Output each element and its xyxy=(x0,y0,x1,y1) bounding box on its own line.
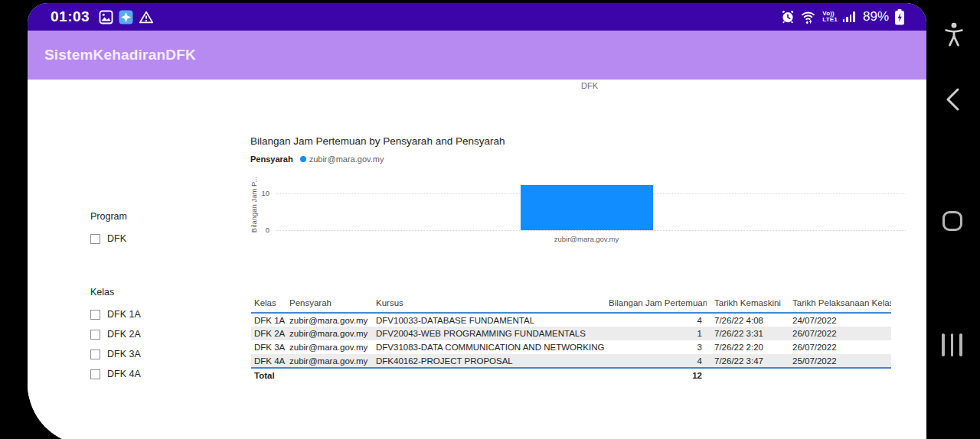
legend-dot-icon xyxy=(300,156,306,162)
total-row: Total 12 xyxy=(251,368,891,382)
table-row[interactable]: DFK 1A zubir@mara.gov.my DFV10033-DATABA… xyxy=(251,313,891,327)
battery-percent: 89% xyxy=(863,9,889,24)
table-row[interactable]: DFK 3A zubir@mara.gov.my DFV31083-DATA C… xyxy=(251,340,891,354)
home-icon[interactable] xyxy=(942,211,962,231)
wifi-icon xyxy=(801,9,817,24)
slicer-kelas: Kelas DFK 1A DFK 2A DFK 3A DFK 4A xyxy=(90,287,141,384)
recents-icon[interactable] xyxy=(942,333,962,356)
checkbox-icon[interactable] xyxy=(90,234,100,244)
slicer-kelas-title: Kelas xyxy=(90,287,141,298)
checkbox-kelas-dfk1a[interactable]: DFK 1A xyxy=(90,304,141,324)
table-header-row: Kelas Pensyarah Kursus Bilangan Jam Pert… xyxy=(251,293,891,313)
app-title: SistemKehadiranDFK xyxy=(44,47,196,63)
total-label: Total xyxy=(251,368,286,382)
clock-text: 01:03 xyxy=(51,8,90,25)
bar-zubir[interactable] xyxy=(521,185,653,230)
app-notification-icon xyxy=(119,10,133,24)
checkbox-icon[interactable] xyxy=(90,369,100,379)
chart-legend: Pensyarah zubir@mara.gov.my xyxy=(250,154,384,164)
attendance-table: Kelas Pensyarah Kursus Bilangan Jam Pert… xyxy=(251,293,891,382)
checkbox-kelas-dfk4a[interactable]: DFK 4A xyxy=(90,364,141,384)
report-page-title: DFK xyxy=(563,81,616,90)
checkbox-program-dfk[interactable]: DFK xyxy=(90,229,127,249)
accessibility-icon[interactable] xyxy=(944,22,964,47)
app-bar: SistemKehadiranDFK xyxy=(28,31,926,80)
col-tarikh-kemaskini[interactable]: Tarikh Kemaskini xyxy=(707,293,785,313)
x-category-label: zubir@mara.gov.my xyxy=(525,235,648,243)
report-canvas: DFK Program DFK Kelas DFK 1A DFK 2A DFK … xyxy=(28,80,926,439)
y-tick-0: 0 xyxy=(247,226,270,234)
back-icon[interactable] xyxy=(944,87,962,112)
checkbox-icon[interactable] xyxy=(90,310,100,320)
notification-icons xyxy=(99,10,154,24)
legend-series-label: zubir@mara.gov.my xyxy=(309,154,384,164)
col-tarikh-pelaksanaan[interactable]: Tarikh Pelaksanaan Kelas xyxy=(785,293,891,313)
image-icon xyxy=(99,10,113,24)
phone-screen: 01:03 xyxy=(28,3,926,439)
warning-icon xyxy=(139,10,154,24)
slicer-program-title: Program xyxy=(90,211,127,222)
signal-bars-icon xyxy=(843,11,855,22)
alarm-icon xyxy=(780,9,795,24)
checkbox-icon[interactable] xyxy=(90,350,100,359)
checkbox-kelas-dfk2a[interactable]: DFK 2A xyxy=(90,324,141,344)
battery-icon xyxy=(894,9,905,25)
status-bar: 01:03 xyxy=(28,3,926,31)
checkbox-icon[interactable] xyxy=(90,330,100,340)
gridline-0 xyxy=(276,230,906,231)
total-value: 12 xyxy=(606,368,707,382)
slicer-program: Program DFK xyxy=(90,211,127,249)
col-kursus[interactable]: Kursus xyxy=(373,293,606,313)
checkbox-kelas-dfk3a[interactable]: DFK 3A xyxy=(90,344,141,364)
volte-label: Vo)) LTE1 xyxy=(822,11,838,23)
table-row[interactable]: DFK 2A zubir@mara.gov.my DFV20043-WEB PR… xyxy=(251,327,891,340)
legend-field-label: Pensyarah xyxy=(250,154,293,164)
chart-title: Bilangan Jam Pertemuan by Pensyarah and … xyxy=(250,135,505,147)
col-bilangan-jam[interactable]: Bilangan Jam Pertemuan xyxy=(606,293,707,313)
y-tick-10: 10 xyxy=(247,189,270,197)
col-kelas[interactable]: Kelas xyxy=(251,293,286,313)
status-right-cluster: Vo)) LTE1 89% xyxy=(780,9,905,25)
table-row[interactable]: DFK 4A zubir@mara.gov.my DFK40162-PROJEC… xyxy=(251,354,891,368)
col-pensyarah[interactable]: Pensyarah xyxy=(286,293,373,313)
